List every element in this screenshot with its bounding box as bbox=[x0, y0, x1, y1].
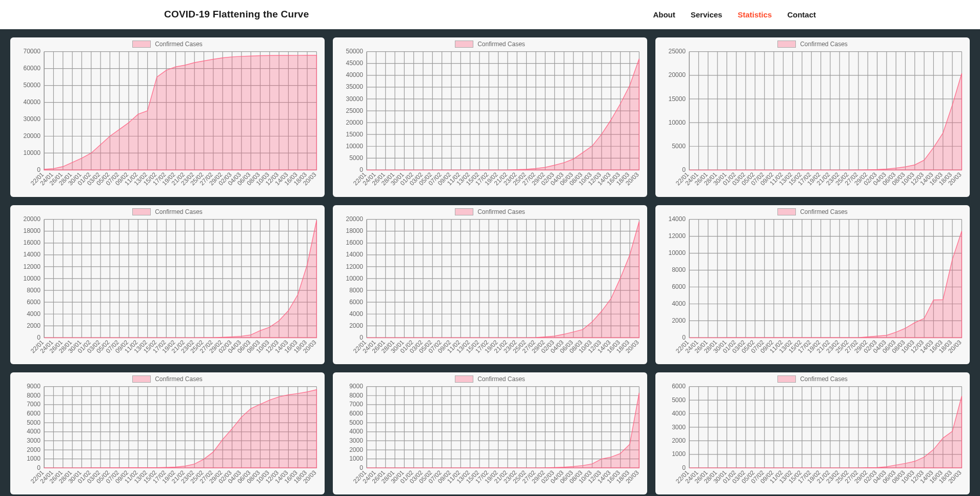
area-series bbox=[689, 396, 962, 468]
chart-card: Confirmed Cases0500010000150002000025000… bbox=[655, 37, 970, 197]
svg-text:5000: 5000 bbox=[672, 396, 686, 404]
legend-swatch bbox=[455, 41, 473, 48]
svg-text:1000: 1000 bbox=[672, 450, 686, 458]
svg-text:1000: 1000 bbox=[349, 455, 363, 462]
area-chart: 050001000015000200002500022/0124/0126/01… bbox=[658, 41, 967, 195]
svg-text:6000: 6000 bbox=[672, 283, 686, 290]
area-series bbox=[44, 390, 316, 468]
legend-label: Confirmed Cases bbox=[477, 208, 525, 215]
svg-text:45000: 45000 bbox=[346, 59, 363, 67]
svg-text:2000: 2000 bbox=[672, 437, 686, 444]
area-chart: 010002000300040005000600022/0124/0126/01… bbox=[658, 375, 967, 492]
svg-text:5000: 5000 bbox=[672, 143, 686, 150]
chart-legend: Confirmed Cases bbox=[333, 375, 647, 383]
svg-text:9000: 9000 bbox=[27, 383, 41, 390]
svg-text:5000: 5000 bbox=[349, 419, 363, 426]
nav-about[interactable]: About bbox=[653, 10, 675, 19]
svg-text:25000: 25000 bbox=[346, 107, 363, 114]
chart-card: Confirmed Cases0200040006000800010000120… bbox=[333, 205, 647, 365]
svg-text:4000: 4000 bbox=[27, 428, 41, 435]
legend-swatch bbox=[455, 375, 473, 383]
svg-text:20000: 20000 bbox=[23, 132, 41, 140]
brand-title: COVID-19 Flattening the Curve bbox=[164, 9, 309, 20]
svg-text:9000: 9000 bbox=[349, 383, 363, 390]
svg-text:6000: 6000 bbox=[672, 383, 686, 390]
svg-text:6000: 6000 bbox=[349, 410, 363, 417]
svg-text:2000: 2000 bbox=[27, 322, 41, 329]
svg-text:3000: 3000 bbox=[672, 424, 686, 431]
svg-text:10000: 10000 bbox=[346, 274, 363, 282]
chart-card: Confirmed Cases0100020003000400050006000… bbox=[10, 372, 325, 494]
svg-text:4000: 4000 bbox=[349, 310, 363, 317]
svg-text:10000: 10000 bbox=[346, 143, 363, 150]
area-series bbox=[367, 221, 639, 338]
svg-text:2000: 2000 bbox=[27, 446, 41, 453]
svg-text:5000: 5000 bbox=[27, 419, 41, 426]
nav-services[interactable]: Services bbox=[691, 10, 723, 19]
svg-text:10000: 10000 bbox=[23, 149, 41, 156]
svg-text:30000: 30000 bbox=[23, 115, 41, 123]
svg-text:6000: 6000 bbox=[27, 410, 41, 417]
area-chart: 0200040006000800010000120001400022/0124/… bbox=[658, 208, 967, 363]
svg-text:7000: 7000 bbox=[27, 401, 41, 408]
svg-text:2000: 2000 bbox=[672, 317, 686, 324]
svg-text:8000: 8000 bbox=[349, 286, 363, 293]
svg-text:40000: 40000 bbox=[346, 71, 363, 78]
svg-text:8000: 8000 bbox=[27, 392, 41, 399]
chart-legend: Confirmed Cases bbox=[655, 375, 970, 383]
legend-label: Confirmed Cases bbox=[800, 41, 848, 48]
chart-legend: Confirmed Cases bbox=[333, 208, 647, 215]
chart-legend: Confirmed Cases bbox=[655, 208, 970, 215]
chart-legend: Confirmed Cases bbox=[10, 375, 325, 383]
svg-text:14000: 14000 bbox=[346, 251, 363, 258]
chart-card: Confirmed Cases0100020003000400050006000… bbox=[655, 372, 970, 494]
header: COVID-19 Flattening the Curve About Serv… bbox=[0, 0, 980, 29]
svg-text:70000: 70000 bbox=[23, 48, 41, 55]
svg-text:16000: 16000 bbox=[23, 239, 41, 246]
legend-label: Confirmed Cases bbox=[800, 375, 848, 383]
svg-text:20000: 20000 bbox=[668, 71, 686, 78]
area-series bbox=[367, 393, 639, 468]
area-chart: 010002000300040005000600070008000900022/… bbox=[336, 375, 644, 492]
main-nav: About Services Statistics Contact bbox=[653, 10, 816, 19]
svg-text:15000: 15000 bbox=[668, 95, 686, 103]
svg-text:50000: 50000 bbox=[23, 82, 41, 89]
chart-card: Confirmed Cases0500010000150002000025000… bbox=[333, 37, 647, 197]
area-series bbox=[689, 73, 962, 170]
svg-text:8000: 8000 bbox=[349, 392, 363, 399]
area-chart: 0200040006000800010000120001400016000180… bbox=[13, 208, 322, 363]
charts-grid: Confirmed Cases0100002000030000400005000… bbox=[0, 29, 980, 496]
area-series bbox=[689, 231, 962, 338]
legend-swatch bbox=[132, 41, 151, 48]
legend-label: Confirmed Cases bbox=[155, 375, 203, 383]
legend-swatch bbox=[132, 375, 151, 383]
svg-text:12000: 12000 bbox=[668, 232, 686, 240]
area-chart: 0200040006000800010000120001400016000180… bbox=[336, 208, 644, 363]
chart-legend: Confirmed Cases bbox=[333, 41, 647, 48]
svg-text:40000: 40000 bbox=[23, 98, 41, 106]
svg-text:6000: 6000 bbox=[349, 298, 363, 305]
svg-text:3000: 3000 bbox=[349, 437, 363, 444]
area-chart: 0500010000150002000025000300003500040000… bbox=[336, 41, 644, 195]
area-series bbox=[44, 220, 316, 338]
svg-text:15000: 15000 bbox=[346, 131, 363, 138]
svg-text:12000: 12000 bbox=[23, 263, 41, 270]
legend-swatch bbox=[777, 208, 796, 215]
chart-card: Confirmed Cases0200040006000800010000120… bbox=[655, 205, 970, 365]
svg-text:4000: 4000 bbox=[27, 310, 41, 317]
legend-swatch bbox=[777, 375, 796, 383]
svg-text:4000: 4000 bbox=[349, 428, 363, 435]
legend-swatch bbox=[777, 41, 796, 48]
area-chart: 010002000300040005000600070008000900022/… bbox=[13, 375, 322, 492]
legend-label: Confirmed Cases bbox=[800, 208, 848, 215]
svg-text:16000: 16000 bbox=[346, 239, 363, 246]
svg-text:3000: 3000 bbox=[27, 437, 41, 444]
nav-statistics[interactable]: Statistics bbox=[737, 10, 772, 19]
svg-text:8000: 8000 bbox=[27, 286, 41, 293]
svg-text:6000: 6000 bbox=[27, 298, 41, 305]
svg-text:18000: 18000 bbox=[346, 227, 363, 234]
svg-text:60000: 60000 bbox=[23, 65, 41, 72]
area-chart: 01000020000300004000050000600007000022/0… bbox=[13, 41, 322, 195]
svg-text:10000: 10000 bbox=[668, 119, 686, 126]
nav-contact[interactable]: Contact bbox=[787, 10, 816, 19]
